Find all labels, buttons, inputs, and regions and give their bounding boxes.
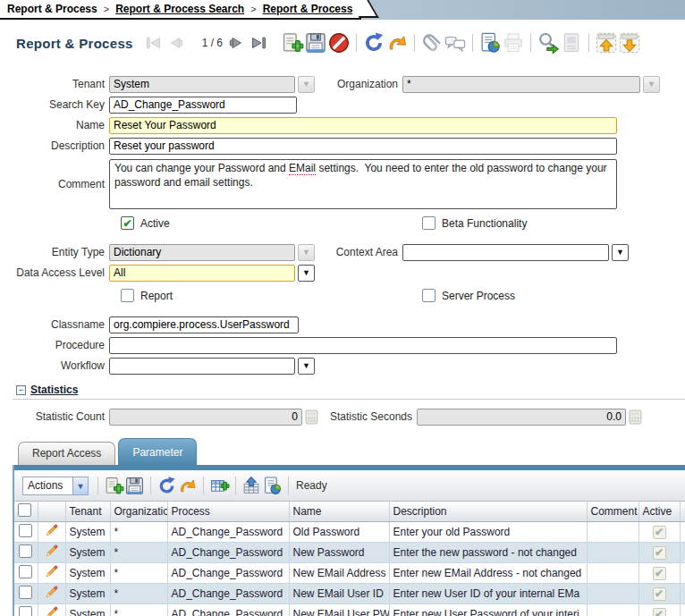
calculator-icon[interactable] (629, 409, 642, 425)
row-select-checkbox[interactable] (19, 524, 32, 537)
add-row-icon[interactable] (209, 476, 230, 496)
export-icon[interactable] (241, 476, 262, 496)
column-header-description[interactable]: Description (389, 502, 587, 522)
active-checkbox-label: Active (140, 217, 170, 230)
row-select-checkbox[interactable] (19, 586, 32, 599)
expand-all-icon[interactable] (618, 31, 641, 55)
column-header-active[interactable]: Active (638, 502, 680, 522)
breadcrumb-link-search[interactable]: Report & Process Search (115, 3, 244, 15)
edit-row-icon[interactable] (44, 585, 59, 600)
data-access-level-dropdown-button[interactable]: ▼ (298, 265, 315, 282)
new-record-icon[interactable] (104, 476, 124, 496)
undo-icon[interactable] (177, 476, 198, 496)
row-active-checkbox: ✔ (653, 567, 666, 580)
organization-field[interactable] (402, 76, 640, 93)
row-select-checkbox[interactable] (19, 565, 32, 578)
context-area-dropdown-button[interactable]: ▼ (612, 244, 629, 261)
refresh-icon[interactable] (156, 476, 177, 496)
edit-row-icon[interactable] (44, 564, 59, 579)
cell-clipped (680, 563, 685, 584)
context-area-label: Context Area (317, 246, 402, 258)
cell-tenant: System (65, 563, 110, 584)
new-record-icon[interactable] (281, 31, 304, 55)
column-header-tenant[interactable]: Tenant (65, 502, 110, 522)
statistics-collapse-icon[interactable]: − (16, 385, 26, 395)
next-record-icon[interactable] (226, 33, 246, 53)
row-active-checkbox: ✔ (653, 526, 666, 539)
statistic-count-field[interactable] (109, 409, 302, 426)
row-edit-cell (38, 543, 65, 563)
column-header-organization[interactable]: Organization (110, 502, 167, 522)
column-header-process[interactable]: Process (167, 502, 289, 522)
tab-report-access[interactable]: Report Access (18, 442, 115, 465)
cell-name: New EMail Address (289, 563, 389, 584)
statistic-count-label: Statistic Count (0, 410, 109, 423)
data-access-level-field[interactable] (109, 265, 295, 282)
column-header-name[interactable]: Name (289, 502, 389, 522)
calculator-icon[interactable] (305, 409, 318, 425)
delete-icon[interactable] (327, 31, 351, 55)
breadcrumb-link-window[interactable]: Report & Process (263, 3, 353, 15)
refresh-icon[interactable] (362, 31, 385, 55)
comment-field[interactable]: You can change your Password and EMail s… (109, 159, 617, 209)
actions-select[interactable]: Actions ▾ (22, 477, 89, 495)
procedure-field[interactable] (109, 337, 617, 354)
column-header-comment[interactable]: Comment (587, 502, 638, 522)
beta-functionality-checkbox[interactable] (422, 216, 436, 230)
attachment-icon[interactable] (420, 31, 444, 55)
row-select-checkbox[interactable] (19, 544, 32, 558)
server-process-checkbox[interactable] (422, 289, 436, 302)
row-select-cell (14, 543, 38, 563)
report-checkbox[interactable] (121, 289, 134, 302)
entity-type-field[interactable] (109, 244, 295, 261)
organization-dropdown-button[interactable]: ▼ (643, 76, 660, 93)
toolbar-separator (97, 477, 98, 494)
cell-tenant: System (65, 522, 110, 543)
cell-comment (587, 584, 638, 604)
cell-name: Old Password (289, 522, 389, 543)
cell-comment (587, 522, 638, 543)
select-all-header[interactable] (14, 502, 38, 522)
table-row: System*AD_Change_PasswordNew PasswordEnt… (14, 543, 685, 563)
edit-row-icon[interactable] (44, 523, 59, 538)
tab-parameter[interactable]: Parameter (118, 438, 197, 465)
first-record-icon (144, 33, 164, 53)
report-icon[interactable] (262, 476, 283, 496)
workflow-label: Workflow (0, 359, 109, 372)
cell-process: AD_Change_Password (167, 522, 289, 543)
edit-row-icon[interactable] (44, 605, 59, 616)
server-process-label: Server Process (442, 290, 515, 302)
workflow-field[interactable] (109, 358, 295, 375)
save-icon[interactable] (124, 476, 145, 496)
tenant-dropdown-button[interactable]: ▼ (298, 76, 315, 93)
classname-field[interactable] (109, 316, 299, 333)
report-icon[interactable] (478, 31, 502, 55)
workflow-dropdown-button[interactable]: ▼ (298, 358, 315, 375)
select-all-checkbox[interactable] (18, 503, 31, 517)
cell-clipped (680, 543, 685, 563)
procedure-label: Procedure (0, 339, 109, 351)
save-icon[interactable] (304, 31, 327, 55)
tenant-field[interactable] (109, 76, 295, 93)
entity-type-dropdown-button[interactable]: ▼ (298, 244, 315, 261)
undo-icon[interactable] (385, 31, 409, 55)
collapse-all-icon[interactable] (595, 31, 618, 55)
toolbar-separator (203, 477, 204, 494)
record-nav (226, 33, 268, 53)
parameter-table: TenantOrganizationProcessNameDescription… (14, 502, 685, 616)
search-key-field[interactable] (109, 97, 297, 114)
zoom-across-icon[interactable] (537, 31, 560, 55)
row-active-checkbox: ✔ (653, 608, 666, 616)
statistic-seconds-field[interactable] (417, 409, 626, 426)
row-select-checkbox[interactable] (19, 606, 32, 616)
description-field[interactable] (109, 138, 617, 155)
edit-row-icon[interactable] (44, 544, 59, 559)
context-area-field[interactable] (402, 244, 609, 261)
toolbar-separator (472, 34, 473, 52)
name-field[interactable] (109, 117, 617, 134)
chat-icon[interactable] (444, 31, 467, 55)
last-record-icon[interactable] (249, 33, 268, 53)
active-checkbox[interactable]: ✔ (121, 216, 134, 230)
cell-comment (587, 604, 638, 616)
statistics-section-link[interactable]: Statistics (30, 384, 78, 396)
